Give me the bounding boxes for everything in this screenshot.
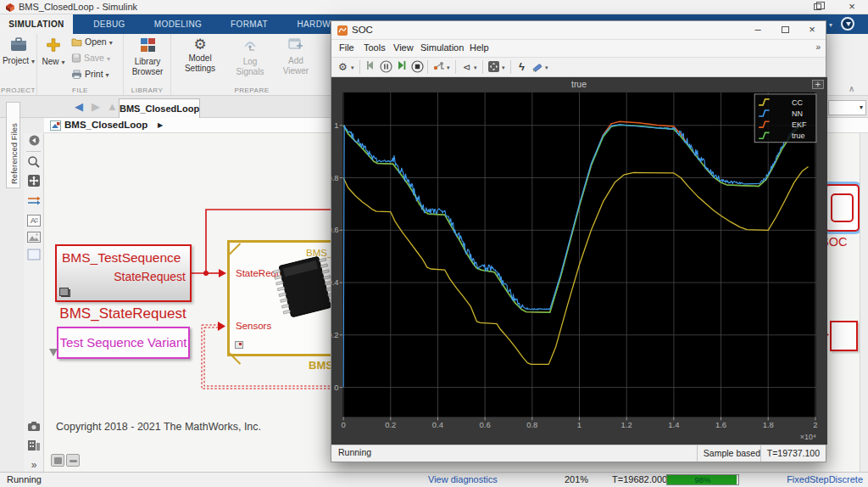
tab-modeling[interactable]: MODELING: [144, 14, 212, 34]
solver-name[interactable]: FixedStepDiscrete: [787, 474, 863, 484]
document-tab[interactable]: BMS_ClosedLoop: [119, 98, 200, 118]
output-block[interactable]: [830, 321, 858, 351]
menu-tools[interactable]: Tools: [364, 42, 386, 53]
log-signals-icon: [229, 37, 271, 56]
pause-icon[interactable]: [379, 60, 393, 75]
chevron-down-icon[interactable]: ▾: [829, 21, 832, 29]
svg-text:0.8: 0.8: [526, 420, 537, 429]
stop-icon[interactable]: [410, 60, 425, 75]
chevron-down-icon[interactable]: ▾: [545, 64, 548, 71]
hide-browser-icon[interactable]: [26, 134, 42, 149]
print-button[interactable]: Print: [71, 69, 109, 84]
svg-text:0.6: 0.6: [480, 420, 491, 429]
log-signals-label: Log Signals: [229, 57, 271, 76]
arrowhead-staterequest: [219, 269, 226, 277]
library-browser-button[interactable]: Library Browser: [127, 36, 168, 76]
palette-divider: [26, 151, 41, 152]
highlight-signal-icon[interactable]: ϟ: [515, 60, 529, 75]
collapse-toolstrip-icon[interactable]: ∧: [849, 84, 854, 93]
folder-icon: [71, 37, 82, 48]
camera-icon[interactable]: [26, 420, 42, 435]
log-signals-button[interactable]: Log Signals: [229, 36, 271, 76]
scope-minimize-button[interactable]: –: [744, 21, 771, 39]
measurements-pencil-icon[interactable]: [530, 60, 544, 75]
svg-text:1: 1: [334, 120, 338, 130]
breadcrumb-model-name[interactable]: BMS_ClosedLoop: [64, 120, 147, 130]
project-button[interactable]: Project: [2, 36, 36, 66]
scope-titlebar[interactable]: SOC – ×: [331, 21, 826, 40]
trigger-icon[interactable]: ⊲: [459, 60, 474, 75]
fit-to-view-icon[interactable]: [26, 174, 42, 189]
expand-plot-button[interactable]: [812, 80, 823, 88]
maximize-icon: [782, 26, 789, 33]
viewmarks-icon[interactable]: [26, 439, 42, 455]
svg-text:A: A: [31, 216, 36, 225]
variant-label: Test Sequence Variant: [58, 335, 188, 350]
menu-file[interactable]: File: [339, 42, 354, 53]
menu-overflow-chevron[interactable]: »: [815, 42, 821, 52]
tab-format[interactable]: FORMAT: [217, 14, 281, 34]
chevron-down-icon[interactable]: ▾: [351, 64, 354, 71]
menu-help[interactable]: Help: [470, 42, 489, 53]
menu-simulation[interactable]: Simulation: [420, 42, 464, 53]
svg-text:0.8: 0.8: [331, 172, 339, 182]
vertical-scrollbar[interactable]: [860, 133, 868, 472]
section-library: Library Browser LIBRARY: [124, 34, 171, 95]
view-diagnostics-link[interactable]: View diagnostics: [428, 474, 498, 484]
new-button[interactable]: New: [39, 36, 68, 67]
plot-legend[interactable]: CCNNEKFtrue: [754, 94, 816, 143]
zoom-icon[interactable]: [26, 155, 42, 171]
tab-debug[interactable]: DEBUG: [80, 14, 139, 34]
up-arrow-button[interactable]: ▲: [107, 100, 118, 113]
scope-maximize-button[interactable]: [771, 21, 798, 39]
bms-testsequence-block[interactable]: BMS_TestSequence StateRequest: [55, 244, 192, 302]
project-label: Project: [2, 56, 36, 66]
copyright-annotation: Copyright 2018 - 2021 The MathWorks, Inc…: [56, 421, 261, 433]
back-arrow-button[interactable]: ◀: [75, 100, 83, 113]
test-sequence-variant-block[interactable]: Test Sequence Variant: [57, 327, 190, 359]
scope-window: SOC – × File Tools View Simulation Help …: [331, 20, 826, 462]
section-prepare: ⚙ Model Settings Log Signals Add Viewer …: [171, 34, 332, 95]
simulink-window: BMS_ClosedLoop - Simulink × SIMULATION D…: [0, 0, 868, 487]
step-forward-icon[interactable]: [394, 60, 409, 75]
add-viewer-button[interactable]: Add Viewer: [276, 36, 315, 76]
toolstrip-account-icon[interactable]: [841, 17, 854, 31]
open-button[interactable]: Open: [71, 36, 113, 52]
tab-simulation[interactable]: SIMULATION: [0, 14, 73, 34]
canvas-dropdown[interactable]: [828, 100, 866, 115]
rewind-icon[interactable]: [364, 60, 378, 75]
model-settings-button[interactable]: ⚙ Model Settings: [176, 36, 224, 73]
save-button[interactable]: Save: [71, 53, 110, 68]
zoom-fit-icon[interactable]: [487, 60, 501, 75]
section-project: Project PROJECT: [0, 34, 37, 95]
scope-close-button[interactable]: ×: [798, 21, 826, 39]
chevron-down-icon[interactable]: ▾: [474, 64, 477, 71]
section-label: LIBRARY: [124, 87, 170, 94]
toolbar-divider: [482, 60, 483, 74]
image-icon[interactable]: [26, 231, 42, 246]
library-browser-label: Library Browser: [127, 57, 168, 76]
ecu-bottom-label: BMS: [309, 359, 333, 372]
canvas-layers-button[interactable]: [51, 454, 64, 467]
soc-scope-block[interactable]: [825, 184, 860, 232]
viewer-window-icon: [276, 37, 315, 55]
menu-view[interactable]: View: [393, 42, 414, 53]
settings-gear-icon[interactable]: ⚙: [336, 60, 350, 75]
svg-text:2: 2: [813, 420, 817, 429]
signal-connect-icon[interactable]: [431, 60, 446, 75]
annotation-icon[interactable]: A: [26, 215, 42, 230]
close-window-button[interactable]: ×: [839, 0, 865, 14]
svg-text:1.4: 1.4: [668, 420, 679, 429]
canvas-split-button[interactable]: [66, 454, 80, 467]
referenced-files-tab[interactable]: Referenced Files: [6, 102, 20, 188]
chevron-down-icon[interactable]: ▾: [447, 64, 450, 71]
section-label: PREPARE: [171, 87, 332, 94]
scope-window-title: SOC: [352, 25, 373, 35]
chevron-down-icon[interactable]: ▾: [502, 64, 505, 71]
forward-arrow-button[interactable]: ▶: [92, 100, 100, 113]
scope-sample-mode: Sample based: [697, 445, 766, 462]
breadcrumb-caret-icon[interactable]: ▶: [158, 121, 163, 129]
area-box-icon[interactable]: [26, 249, 42, 264]
signal-routing-icon[interactable]: [26, 194, 42, 210]
restore-window-button[interactable]: [805, 0, 831, 14]
